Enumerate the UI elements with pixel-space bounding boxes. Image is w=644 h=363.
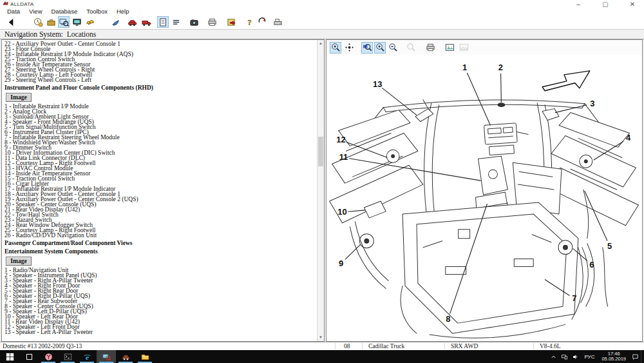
taskbar-internet-explorer-icon[interactable]: e <box>77 350 97 363</box>
help-question-icon[interactable]: ? <box>243 16 255 28</box>
list-item: 29 - Steering Wheel Controls - Left <box>5 77 317 83</box>
taskbar-file-explorer-icon[interactable] <box>135 350 155 363</box>
chevron-up-icon[interactable] <box>548 353 559 360</box>
diagram-callout-12: 12 <box>336 135 345 144</box>
list-item: 13 - Speaker - Left A-Pillar Tweeter <box>5 329 317 335</box>
diagram-callout-7: 7 <box>572 293 576 303</box>
windows-taskbar: e РУС 17:46 05.05.2019 <box>0 350 644 363</box>
pan-icon[interactable] <box>343 42 355 54</box>
printer-icon[interactable] <box>206 16 218 28</box>
scroll-down-icon[interactable]: ▼ <box>317 334 324 341</box>
tray-icons <box>548 353 581 360</box>
diagram-callout-10: 10 <box>337 207 346 217</box>
diagram-callout-9: 9 <box>339 259 343 268</box>
language-indicator[interactable]: РУС <box>581 354 598 360</box>
scroll-up-icon[interactable]: ▲ <box>317 40 324 47</box>
back-icon[interactable] <box>5 16 17 28</box>
component-list-instrument: 1 - Inflatable Restraint I/P Module2 - A… <box>5 104 317 238</box>
diagram-callout-3: 3 <box>590 99 594 108</box>
svg-text:e: e <box>85 353 88 360</box>
menu-item[interactable]: Help <box>112 8 134 15</box>
status-bar: Domestic #13 2002-2009 Q3-13 08 Cadillac… <box>0 342 644 350</box>
menu-item[interactable]: View <box>24 8 46 15</box>
content-area: 22 - Auxiliary Power Outlet - Center Con… <box>0 39 644 342</box>
car-icon[interactable] <box>126 16 138 28</box>
component-list-top: 22 - Auxiliary Power Outlet - Center Con… <box>5 41 317 83</box>
alldata-application-window: ALLDATA – ▢ ✕ DataViewDatabaseToolboxHel… <box>0 0 644 363</box>
list-lines-icon[interactable] <box>170 16 182 28</box>
refresh-icon[interactable] <box>256 16 268 28</box>
export-save-icon[interactable] <box>225 16 237 28</box>
zoom-dynamic-icon[interactable] <box>361 42 373 54</box>
fax-printer-icon[interactable] <box>272 16 283 28</box>
list-item: 15 - Traction Control Switch <box>5 176 317 181</box>
menu-item[interactable]: Database <box>47 8 82 15</box>
status-code: 08 <box>344 342 350 350</box>
list-item: 22 - Auxiliary Power Outlet - Center Con… <box>5 41 317 46</box>
status-make: Cadillac Truck <box>368 342 404 350</box>
component-location-diagram[interactable]: 12345678910111213 <box>327 55 642 341</box>
status-vehicle-profile: Domestic #13 2002-2009 Q3-13 <box>3 342 82 350</box>
taskbar-car-app-icon[interactable] <box>116 350 135 363</box>
window-title: ALLDATA <box>10 1 33 7</box>
bells-icon[interactable] <box>84 16 95 28</box>
print-icon[interactable] <box>424 42 436 54</box>
taskbar-alldata-app-icon[interactable] <box>97 350 116 363</box>
menu-item[interactable]: Data <box>3 8 24 15</box>
alldata-logo-icon <box>3 1 8 6</box>
zoom-out-icon[interactable] <box>387 42 399 54</box>
taskbar-start-icon[interactable] <box>0 350 19 363</box>
clock[interactable]: 17:46 05.05.2019 <box>598 351 630 362</box>
component-legend-panel: 22 - Auxiliary Power Outlet - Center Con… <box>1 39 325 342</box>
diagram-callout-5: 5 <box>607 241 612 251</box>
diagram-callout-4: 4 <box>626 133 631 142</box>
list-item: 26 - Radio/CD/DVD Navigation Unit <box>5 233 317 238</box>
component-legend-content: 22 - Auxiliary Power Outlet - Center Con… <box>2 40 317 341</box>
user-clock-icon[interactable] <box>32 16 44 28</box>
svg-text:?: ? <box>247 18 251 27</box>
image-frame-icon <box>458 42 469 54</box>
taskbar-browser-icon[interactable] <box>39 350 58 363</box>
zoom-extents-icon <box>405 42 417 54</box>
heading-roof-views: Passenger Compartment/Roof Component Vie… <box>5 240 317 246</box>
hand-writing-icon[interactable] <box>109 16 121 28</box>
taskbar-task-view-icon[interactable] <box>19 350 39 363</box>
list-item: 1 - Inflatable Restraint I/P Module <box>5 104 317 109</box>
monitor-icon[interactable] <box>71 16 82 28</box>
image-button-instrument-rhd[interactable]: Image <box>6 93 32 102</box>
status-engine: V8-4.6L <box>540 342 560 350</box>
zoom-window-icon[interactable] <box>374 42 386 54</box>
left-panel-scrollbar[interactable]: ▲ ▼ <box>317 40 324 341</box>
taskbar-terminal-icon[interactable] <box>58 350 77 363</box>
menu-item[interactable]: Toolbox <box>82 8 112 15</box>
page-title: Navigation System: Locations <box>5 30 96 38</box>
viewer-toolbar <box>327 40 642 55</box>
maximize-button[interactable]: ▢ <box>601 1 609 8</box>
volume-icon[interactable] <box>570 353 581 360</box>
network-icon[interactable] <box>559 353 570 360</box>
truck-icon[interactable] <box>140 16 152 28</box>
close-button[interactable]: ✕ <box>629 1 636 8</box>
title-bar: ALLDATA – ▢ ✕ <box>0 0 644 8</box>
briefcase-icon[interactable] <box>45 16 57 28</box>
show-desktop-button[interactable] <box>641 350 644 363</box>
page-header: Navigation System: Locations <box>0 29 644 39</box>
scrollbar-thumb[interactable] <box>318 137 323 166</box>
camera-icon[interactable] <box>188 16 200 28</box>
image-viewer-panel: 12345678910111213 <box>326 39 643 342</box>
diagram-callout-8: 8 <box>446 314 450 324</box>
diagram-callout-6: 6 <box>589 260 594 270</box>
main-toolbar: ? <box>0 15 644 29</box>
heading-entertainment: Entertainment System Components <box>5 248 317 255</box>
document-icon[interactable] <box>157 16 169 28</box>
zoom-in-icon[interactable] <box>330 42 341 54</box>
image-button-entertainment[interactable]: Image <box>6 257 32 266</box>
vehicle-interior-diagram: 12345678910111213 <box>327 55 642 341</box>
copy-image-icon[interactable] <box>444 42 455 54</box>
heading-instrument-panel-rhd: Instrument Panel and Floor Console Compo… <box>5 84 317 91</box>
diagram-callout-1: 1 <box>462 63 467 72</box>
action-center-icon[interactable] <box>630 350 641 363</box>
diagram-callout-2: 2 <box>498 63 503 72</box>
search-computer-icon[interactable] <box>58 16 70 28</box>
minimize-button[interactable]: – <box>574 1 582 8</box>
